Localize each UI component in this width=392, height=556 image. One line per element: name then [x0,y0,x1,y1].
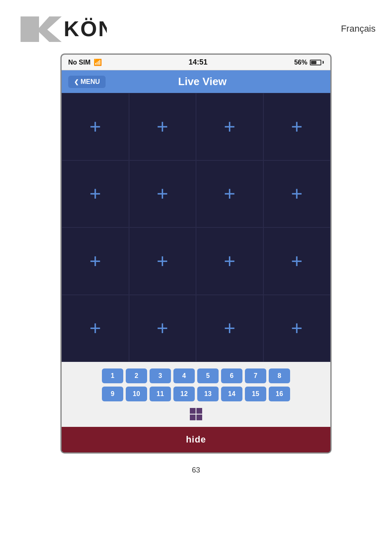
camera-cell-4[interactable]: + [263,93,331,160]
menu-button[interactable]: ❮ MENU [68,76,106,88]
camera-cell-10[interactable]: + [129,227,196,295]
add-camera-icon-7: + [224,184,235,204]
camera-cell-8[interactable]: + [263,160,331,228]
camera-cell-13[interactable]: + [62,295,129,362]
status-bar: No SIM 📶 14:51 56% [62,55,330,70]
channel-btn-5[interactable]: 5 [197,368,219,383]
svg-text:KÖNIG: KÖNIG [64,17,107,41]
channel-btn-10[interactable]: 10 [126,387,147,401]
grid-icon-container [67,405,325,424]
menu-chevron-icon: ❮ [74,79,79,85]
channel-btn-4[interactable]: 4 [173,368,195,383]
logo-container: KÖNIG [16,12,107,45]
page-header: KÖNIG Français [0,0,392,53]
add-camera-icon-13: + [90,318,101,338]
add-camera-icon-3: + [224,117,235,137]
channel-btn-3[interactable]: 3 [150,368,171,383]
camera-cell-15[interactable]: + [196,295,263,362]
svg-marker-0 [21,16,62,42]
channel-btn-8[interactable]: 8 [269,368,290,383]
add-camera-icon-6: + [157,184,168,204]
camera-cell-2[interactable]: + [129,93,196,160]
bottom-controls: 1 2 3 4 5 6 7 8 9 10 11 12 13 14 15 16 [62,362,330,427]
add-camera-icon-10: + [157,251,168,271]
battery-icon [310,60,324,65]
camera-cell-11[interactable]: + [196,227,263,295]
camera-grid: + + + + + + + + + + + [62,93,330,362]
channel-btn-14[interactable]: 14 [221,387,242,401]
nav-bar: ❮ MENU Live View [62,70,330,93]
channel-row-2: 9 10 11 12 13 14 15 16 [67,387,325,401]
channel-btn-2[interactable]: 2 [126,368,147,383]
phone-frame: No SIM 📶 14:51 56% ❮ MENU Live View + [60,53,332,454]
add-camera-icon-14: + [157,318,168,338]
wifi-icon: 📶 [94,58,102,66]
channel-btn-11[interactable]: 11 [150,387,171,401]
battery-percent: 56% [294,59,307,66]
page-number: 63 [192,466,200,475]
camera-cell-3[interactable]: + [196,93,263,160]
konig-logo: KÖNIG [16,12,107,45]
language-label: Français [341,23,376,34]
channel-btn-15[interactable]: 15 [245,387,266,401]
carrier-text: No SIM [68,59,90,66]
hide-button[interactable]: hide [62,427,330,452]
add-camera-icon-16: + [291,318,302,338]
status-right: 56% [294,59,324,66]
channel-btn-16[interactable]: 16 [269,387,290,401]
battery-tip [323,61,324,64]
channel-btn-7[interactable]: 7 [245,368,266,383]
grid-cell-tr [196,408,202,414]
grid-layout-icon[interactable] [190,408,202,420]
battery-fill [311,61,316,64]
camera-cell-1[interactable]: + [62,93,129,160]
channel-btn-9[interactable]: 9 [102,387,123,401]
camera-cell-6[interactable]: + [129,160,196,228]
add-camera-icon-15: + [224,318,235,338]
status-time: 14:51 [189,58,208,67]
add-camera-icon-11: + [224,251,235,271]
add-camera-icon-2: + [157,117,168,137]
add-camera-icon-1: + [90,117,101,137]
channel-btn-1[interactable]: 1 [102,368,123,383]
grid-cell-bl [190,415,196,420]
status-left: No SIM 📶 [68,58,102,66]
menu-label: MENU [81,78,100,86]
add-camera-icon-9: + [90,251,101,271]
channel-row-1: 1 2 3 4 5 6 7 8 [67,368,325,383]
add-camera-icon-12: + [291,251,302,271]
camera-cell-14[interactable]: + [129,295,196,362]
battery-body [310,60,321,65]
add-camera-icon-8: + [291,184,302,204]
grid-cell-tl [190,408,196,414]
channel-btn-13[interactable]: 13 [197,387,219,401]
camera-cell-9[interactable]: + [62,227,129,295]
grid-cell-br [196,415,202,420]
camera-cell-16[interactable]: + [263,295,331,362]
channel-btn-12[interactable]: 12 [173,387,195,401]
camera-cell-7[interactable]: + [196,160,263,228]
add-camera-icon-4: + [291,117,302,137]
channel-btn-6[interactable]: 6 [221,368,242,383]
add-camera-icon-5: + [90,184,101,204]
camera-cell-12[interactable]: + [263,227,331,295]
nav-title: Live View [106,75,299,88]
camera-cell-5[interactable]: + [62,160,129,228]
